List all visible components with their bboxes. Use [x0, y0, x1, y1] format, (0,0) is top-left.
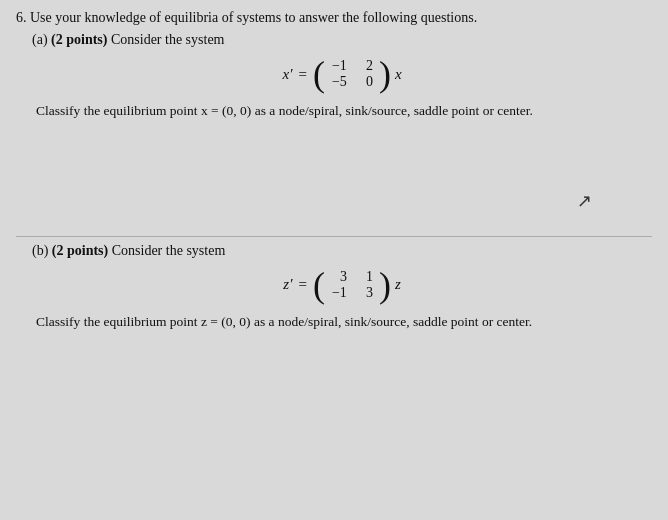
- m-b-r1c2: 1: [357, 269, 373, 285]
- part-b-section: (b) (2 points) Consider the system z′ = …: [16, 236, 652, 333]
- number-label: 6.: [16, 10, 27, 25]
- cursor-icon: ↖: [577, 190, 592, 212]
- matrix-content-a: −1 2 −5 0: [325, 56, 379, 92]
- part-a-letter: (a): [32, 32, 48, 47]
- matrix-equation-b: z′ = ( 3 1 −1 3 ) z: [283, 267, 400, 303]
- paren-right-a: ): [379, 56, 391, 92]
- part-b-equation: z′ = ( 3 1 −1 3 ) z: [32, 267, 652, 303]
- equals-b: =: [298, 276, 306, 293]
- part-a-classify: Classify the equilibrium point x = (0, 0…: [32, 100, 652, 122]
- m-a-r1c1: −1: [331, 58, 347, 74]
- paren-left-b: (: [313, 267, 325, 303]
- part-b-consider: Consider the system: [112, 243, 226, 258]
- part-a-answer-space: ↖: [32, 122, 652, 232]
- m-a-r2c2: 0: [357, 74, 373, 90]
- part-a-points: (2 points): [51, 32, 107, 47]
- rhs-var-a: x: [395, 66, 402, 83]
- matrix-content-b: 3 1 −1 3: [325, 267, 379, 303]
- paren-right-b: ): [379, 267, 391, 303]
- part-a-consider: Consider the system: [111, 32, 225, 47]
- m-b-r1c1: 3: [331, 269, 347, 285]
- matrix-equation-a: x′ = ( −1 2 −5 0 ) x: [282, 56, 401, 92]
- rhs-var-b: z: [395, 276, 401, 293]
- part-b-label: (b) (2 points) Consider the system: [32, 243, 652, 259]
- matrix-wrap-b: ( 3 1 −1 3 ): [313, 267, 391, 303]
- m-b-r2c1: −1: [331, 285, 347, 301]
- part-a-classify-text: Classify the equilibrium point x = (0, 0…: [36, 103, 533, 118]
- part-a-label: (a) (2 points) Consider the system: [32, 32, 652, 48]
- m-a-r1c2: 2: [357, 58, 373, 74]
- m-b-r2c2: 3: [357, 285, 373, 301]
- lhs-var-a: x′: [282, 66, 292, 83]
- matrix-wrap-a: ( −1 2 −5 0 ): [313, 56, 391, 92]
- part-b-classify-text: Classify the equilibrium point z = (0, 0…: [36, 314, 532, 329]
- problem-number: 6. Use your knowledge of equilibria of s…: [16, 10, 652, 26]
- equals-a: =: [298, 66, 306, 83]
- paren-left-a: (: [313, 56, 325, 92]
- part-a-equation: x′ = ( −1 2 −5 0 ) x: [32, 56, 652, 92]
- part-b-points: (2 points): [52, 243, 108, 258]
- part-b-letter: (b): [32, 243, 48, 258]
- part-a-section: (a) (2 points) Consider the system x′ = …: [16, 32, 652, 232]
- intro-text: Use your knowledge of equilibria of syst…: [30, 10, 477, 25]
- part-b-classify: Classify the equilibrium point z = (0, 0…: [32, 311, 652, 333]
- lhs-var-b: z′: [283, 276, 292, 293]
- m-a-r2c1: −5: [331, 74, 347, 90]
